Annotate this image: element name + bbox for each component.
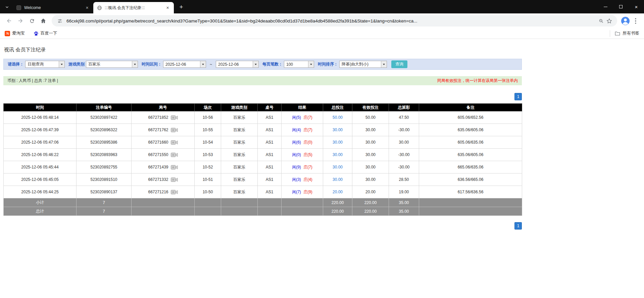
subtotal-count: 7 — [77, 198, 132, 207]
cell-round: 10-56 — [195, 111, 221, 124]
dropdown-arrow-button[interactable] — [308, 61, 314, 67]
table-row: 2025-12-06 05:47:39 523020896322 6672717… — [4, 124, 522, 136]
site-info-icon[interactable] — [56, 17, 64, 25]
video-replay-icon[interactable] — [171, 153, 178, 157]
video-replay-icon[interactable] — [171, 128, 178, 132]
plus-icon: + — [179, 3, 183, 11]
dropdown-arrow-button[interactable] — [200, 61, 206, 67]
cell-total-bet: 50.00 — [323, 111, 352, 124]
all-bookmarks-button[interactable]: 所有书签 — [610, 30, 639, 37]
game-type-combobox[interactable]: 百家乐 — [86, 61, 138, 68]
forward-arrow-icon — [17, 18, 23, 24]
video-replay-icon[interactable] — [171, 165, 178, 169]
bookmark-baidu[interactable]: 百度一下 — [34, 31, 57, 36]
cell-empty — [282, 198, 323, 207]
cell-game-category: 百家乐 — [221, 149, 258, 161]
cell-round: 10-54 — [195, 136, 221, 149]
sort-order-combobox[interactable]: 降幂(由大到小) — [339, 61, 387, 68]
cell-game-number: 667271852 — [132, 111, 195, 124]
per-page-label: 每页笔数： — [262, 61, 283, 67]
cell-time: 2025-12-06 05:48:14 — [4, 111, 77, 124]
new-tab-button[interactable]: + — [177, 2, 186, 12]
total-bet-link[interactable]: 30.00 — [333, 128, 343, 132]
table-row: 2025-12-06 05:45:44 523020892755 6672714… — [4, 161, 522, 173]
game-number-value: 667271660 — [148, 140, 168, 145]
page-number-button[interactable]: 1 — [514, 222, 522, 230]
cell-payout: 19.00 — [389, 186, 419, 198]
cell-game-category: 百家乐 — [221, 111, 258, 124]
cell-result: 闲(6) 庄(0) — [282, 136, 323, 149]
per-page-value: 100 — [284, 61, 308, 67]
per-page-combobox[interactable]: 100 — [284, 61, 314, 68]
close-icon[interactable]: × — [84, 5, 90, 11]
bookmark-label: 百度一下 — [41, 31, 57, 36]
caret-down-icon — [134, 64, 136, 65]
baidu-paw-icon — [34, 31, 39, 36]
total-bet-link[interactable]: 20.00 — [333, 190, 343, 194]
back-button[interactable] — [3, 15, 15, 27]
subtotal-total-bet: 220.00 — [323, 198, 352, 207]
result-player: 闲(0) — [292, 152, 301, 157]
date-to-combobox[interactable]: 2025-12-06 — [216, 61, 259, 68]
caret-down-icon — [61, 64, 63, 65]
query-type-combobox[interactable]: 日期查询 — [25, 61, 65, 68]
total-bet-link[interactable]: 30.00 — [333, 140, 343, 145]
game-number-value: 667271852 — [148, 115, 168, 120]
total-bet-link[interactable]: 30.00 — [333, 165, 343, 169]
bookmark-aitaobao[interactable]: 淘 爱淘宝 — [5, 31, 25, 36]
search-button[interactable]: 查询 — [391, 60, 407, 68]
notice-text: 同局有效投注，统一计算在该局第一张注单内 — [437, 78, 518, 84]
video-replay-icon[interactable] — [171, 115, 178, 120]
url-bar[interactable]: 66cxkj98.com/ipl/portal.php/game/betreco… — [52, 15, 617, 27]
date-from-combobox[interactable]: 2025-12-06 — [163, 61, 206, 68]
cell-game-number: 667271332 — [132, 173, 195, 186]
video-replay-icon[interactable] — [171, 140, 178, 145]
cell-result: 闲(9) 庄(7) — [282, 161, 323, 173]
forward-button[interactable] — [15, 15, 26, 27]
cell-empty — [419, 198, 522, 207]
cell-result: 闲(7) 庄(9) — [282, 186, 323, 198]
tab-welcome[interactable]: Welcome × — [13, 2, 93, 13]
cell-total-bet: 30.00 — [323, 149, 352, 161]
video-replay-icon[interactable] — [171, 190, 178, 194]
total-bet-link[interactable]: 50.00 — [333, 115, 343, 120]
cell-bet-number: 523020897422 — [77, 111, 132, 124]
browser-menu-button[interactable] — [631, 16, 641, 26]
result-banker: 庄(9) — [303, 190, 312, 194]
cell-result: 闲(3) 庄(4) — [282, 173, 323, 186]
cell-game-number: 667271216 — [132, 186, 195, 198]
result-banker: 庄(7) — [303, 115, 312, 120]
dropdown-arrow-button[interactable] — [59, 61, 64, 67]
total-bet-link[interactable]: 30.00 — [333, 177, 343, 182]
cell-game-category: 百家乐 — [221, 173, 258, 186]
bookmark-star-icon[interactable] — [605, 17, 613, 25]
close-window-button[interactable]: × — [629, 0, 644, 13]
dropdown-arrow-button[interactable] — [381, 61, 387, 67]
tab-betrecord[interactable]: :::视讯 会员下注纪录::: × — [93, 2, 174, 13]
cell-table-number: AS1 — [258, 173, 282, 186]
minimize-button[interactable] — [598, 0, 613, 13]
tab-title: Welcome — [24, 5, 82, 10]
close-icon[interactable]: × — [165, 5, 170, 11]
home-button[interactable] — [38, 15, 49, 27]
caret-down-icon — [255, 64, 257, 65]
filter-bar: 请选择： 日期查询 游戏类别 百家乐 时间区间： 2025-12-06 ~ 20 — [3, 59, 522, 70]
tab-search-button[interactable] — [3, 3, 11, 11]
reload-button[interactable] — [26, 15, 38, 27]
bet-records-table: 时间 注单编号 局号 场次 游戏类别 桌号 结果 — [3, 103, 522, 216]
dropdown-arrow-button[interactable] — [132, 61, 138, 67]
column-header: 桌号 — [258, 104, 282, 111]
game-number-value: 667271332 — [148, 177, 168, 182]
zoom-icon[interactable] — [597, 17, 605, 25]
page-number-button[interactable]: 1 — [514, 93, 522, 100]
maximize-button[interactable] — [613, 0, 629, 13]
cell-bet-number: 523020895386 — [77, 136, 132, 149]
profile-avatar[interactable] — [620, 15, 631, 26]
cell-valid-bet: 30.00 — [352, 124, 389, 136]
dropdown-arrow-button[interactable] — [253, 61, 258, 67]
cell-time: 2025-12-06 05:44:25 — [4, 186, 77, 198]
result-player: 闲(7) — [292, 190, 301, 194]
total-bet-link[interactable]: 30.00 — [333, 152, 343, 157]
video-replay-icon[interactable] — [171, 178, 178, 182]
sort-order-value: 降幂(由大到小) — [340, 61, 381, 67]
